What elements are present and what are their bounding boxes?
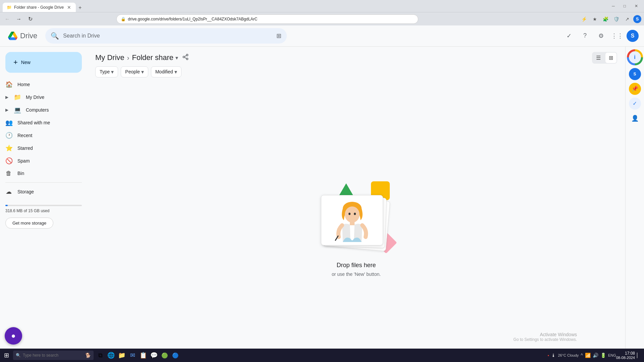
plus-icon: +	[13, 58, 18, 67]
browser-extensions-manager[interactable]: 🧩	[601, 14, 610, 24]
activate-watermark: Activate Windows Go to Settings to activ…	[514, 332, 577, 342]
show-desktop-button[interactable]: ▏	[635, 353, 643, 358]
sidebar-item-spam[interactable]: 🚫 Spam	[0, 155, 86, 167]
time-display: 17:08	[625, 351, 635, 356]
sidebar-item-bin[interactable]: 🗑 Bin	[0, 167, 86, 180]
modified-filter[interactable]: Modified ▾	[151, 66, 181, 77]
refresh-button[interactable]: ↻	[25, 14, 35, 24]
breadcrumb-root[interactable]: My Drive	[95, 53, 124, 62]
taskbar-search[interactable]: 🔍 🐕	[13, 351, 94, 360]
taskbar-systray: ● 🌡 26°C Cloudy ^ 📶 🔊 🔋 ENG	[548, 353, 616, 358]
breadcrumb: My Drive › Folder share ▾	[95, 53, 178, 62]
apps-button[interactable]: ⋮⋮	[610, 29, 624, 43]
taskbar-explorer[interactable]: 📁	[116, 350, 127, 361]
search-filter-icon[interactable]: ⊞	[276, 32, 281, 40]
new-button[interactable]: + New	[5, 52, 82, 73]
right-panel: i S 📌 ✓ 👤 +	[625, 47, 644, 362]
settings-button[interactable]: ⚙	[594, 29, 608, 43]
svg-rect-9	[350, 221, 355, 225]
browser-shield-button[interactable]: 🛡️	[612, 14, 621, 24]
header-right: ✓ ? ⚙ ⋮⋮ S	[562, 29, 639, 43]
help-button[interactable]: ?	[578, 29, 592, 43]
info-animated-button[interactable]: i	[627, 49, 643, 65]
sidebar-item-recent[interactable]: 🕐 Recent	[0, 129, 86, 142]
sidebar-item-my-drive[interactable]: ▶ 📁 My Drive	[0, 91, 86, 104]
modified-filter-chevron: ▾	[174, 69, 177, 75]
storage-section: 318.6 MB of 15 GB used Get more storage	[0, 198, 87, 233]
taskbar-mail[interactable]: ✉	[127, 350, 138, 361]
taskbar-clipboard[interactable]: 📋	[138, 350, 149, 361]
sidebar-item-home[interactable]: 🏠 Home	[0, 78, 86, 91]
user-avatar[interactable]: S	[627, 30, 639, 42]
drop-title: Drop files here	[336, 262, 376, 269]
minimize-button[interactable]: ─	[608, 2, 618, 10]
folder-dropdown-chevron[interactable]: ▾	[175, 55, 178, 61]
sidebar-item-storage[interactable]: ☁ Storage	[0, 185, 86, 198]
browser-share-button[interactable]: ↗	[623, 14, 632, 24]
sidebar-item-shared[interactable]: 👥 Shared with me	[0, 116, 86, 129]
browser-chrome: 📁 Folder share - Google Drive ✕ + ─ □ ✕	[0, 0, 644, 12]
type-filter[interactable]: Type ▾	[95, 66, 118, 77]
taskbar-search-icon: 🔍	[16, 353, 21, 358]
search-input[interactable]	[63, 33, 272, 39]
browser-favorites-button[interactable]: ★	[590, 14, 600, 24]
starred-icon: ⭐	[5, 144, 12, 152]
purple-bubble-icon: ●	[11, 331, 15, 340]
drop-illustration	[309, 167, 403, 254]
sidebar-divider	[5, 182, 82, 183]
search-icon: 🔍	[51, 32, 59, 40]
storage-bar-background	[5, 205, 82, 206]
modified-filter-label: Modified	[155, 69, 173, 74]
drive-logo[interactable]: Drive	[8, 31, 37, 41]
bin-icon: 🗑	[5, 170, 12, 177]
sidebar-item-starred[interactable]: ⭐ Starred	[0, 142, 86, 155]
taskbar-chrome2[interactable]: 🔵	[170, 350, 181, 361]
people-filter[interactable]: People ▾	[121, 66, 148, 77]
taskbar-dog-icon: 🐕	[85, 353, 91, 358]
address-bar[interactable]: 🔒 drive.google.com/drive/folders/1uLl_Qp…	[116, 14, 418, 24]
folder-name: Folder share ▾	[132, 53, 178, 62]
person-illustration	[332, 198, 372, 242]
sheets-icon-button[interactable]: S	[629, 68, 641, 80]
start-button[interactable]: ⊞	[1, 350, 12, 360]
list-view-button[interactable]: ☰	[593, 53, 604, 63]
taskbar-teams[interactable]: 💬	[149, 350, 159, 361]
taskbar-clock[interactable]: 17:08 08-08-2024	[616, 351, 635, 360]
active-tab[interactable]: 📁 Folder share - Google Drive ✕	[3, 3, 76, 12]
chevron-icon[interactable]: ^	[581, 353, 583, 358]
temperature-icon: 🌡	[551, 353, 556, 358]
taskbar-task-view[interactable]: ⧉	[95, 350, 106, 361]
back-button[interactable]: ←	[3, 14, 12, 24]
sidebar-item-computers[interactable]: ▶ 💻 Computers	[0, 104, 86, 116]
people-filter-chevron: ▾	[141, 69, 144, 75]
drop-subtitle: or use the 'New' button.	[332, 272, 381, 277]
browser-profile-avatar[interactable]: S	[633, 15, 641, 23]
taskbar-edge[interactable]: 🌐	[106, 350, 116, 361]
grid-view-button[interactable]: ⊞	[605, 53, 616, 63]
file-card-front	[321, 195, 383, 245]
new-tab-button[interactable]: +	[76, 3, 84, 12]
share-folder-button[interactable]	[181, 52, 190, 63]
contacts-panel-button[interactable]: 👤	[629, 112, 641, 124]
taskbar-chrome[interactable]: 🟢	[159, 350, 170, 361]
notification-dot: ●	[548, 354, 549, 357]
storage-bar-fill	[5, 205, 8, 206]
get-more-storage-button[interactable]: Get more storage	[5, 218, 53, 229]
url-text: drive.google.com/drive/folders/1uLl_Qp2l…	[128, 17, 414, 21]
close-button[interactable]: ✕	[631, 2, 641, 10]
maximize-button[interactable]: □	[620, 2, 629, 10]
tab-close-button[interactable]: ✕	[66, 5, 72, 10]
search-bar[interactable]: 🔍 ⊞	[45, 28, 287, 44]
forward-button[interactable]: →	[14, 14, 23, 24]
browser-extensions-button[interactable]: ⚡	[580, 14, 589, 24]
yellow-panel-button[interactable]: 📌	[629, 83, 641, 95]
language-text: ENG	[608, 353, 616, 357]
people-filter-label: People	[125, 69, 140, 74]
purple-bubble-button[interactable]: ●	[5, 327, 22, 345]
taskbar-search-input[interactable]	[23, 353, 83, 358]
tasks-panel-button[interactable]: ✓	[629, 98, 641, 110]
date-display: 08-08-2024	[616, 356, 635, 360]
recent-icon: 🕐	[5, 132, 12, 139]
check-button[interactable]: ✓	[562, 29, 576, 43]
info-icon: i	[629, 51, 641, 63]
